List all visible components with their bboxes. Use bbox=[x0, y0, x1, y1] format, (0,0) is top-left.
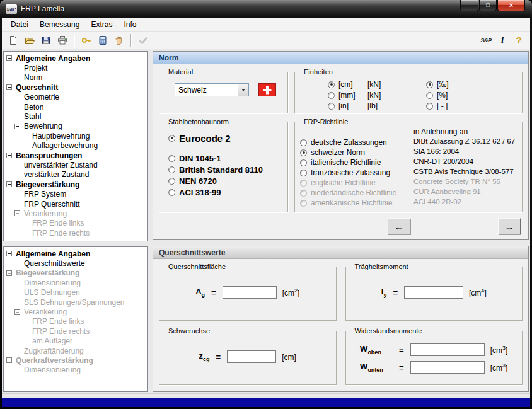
open-file-button[interactable] bbox=[21, 33, 38, 48]
pan-button[interactable] bbox=[111, 33, 127, 48]
tree-expander-icon[interactable] bbox=[14, 309, 20, 315]
tree-item[interactable]: Stahl bbox=[4, 112, 147, 121]
app-icon[interactable]: S&P bbox=[6, 4, 17, 14]
tree-item[interactable]: Verankerung bbox=[4, 209, 147, 218]
unit-option[interactable]: [%] bbox=[426, 90, 517, 100]
tree-item[interactable]: Biegeverstärkung bbox=[4, 180, 147, 189]
unit-option[interactable]: [ - ] bbox=[426, 101, 517, 111]
tree-item[interactable]: SLS Dehnungen/Spannungen bbox=[4, 297, 147, 307]
radio-button-icon[interactable] bbox=[300, 180, 307, 187]
frp-guideline-option[interactable]: deutsche Zulassungen bbox=[300, 137, 413, 147]
swiss-flag-button[interactable] bbox=[258, 83, 276, 96]
tree-item[interactable]: Beanspruchungen bbox=[4, 151, 147, 160]
forward-button[interactable]: → bbox=[498, 218, 521, 234]
tree-item[interactable]: Geometrie bbox=[4, 93, 147, 102]
tree-expander-icon[interactable] bbox=[14, 210, 20, 216]
tree-expander-icon[interactable] bbox=[6, 153, 12, 158]
radio-button-icon[interactable] bbox=[300, 149, 307, 156]
material-select[interactable]: Schweiz bbox=[175, 83, 249, 96]
tree-item[interactable]: Projekt bbox=[4, 63, 147, 72]
radio-button-icon[interactable] bbox=[300, 139, 307, 146]
concrete-code-option[interactable]: ACI 318-99 bbox=[168, 187, 282, 198]
tree-item[interactable]: Hauptbewehrung bbox=[4, 131, 147, 141]
radio-button-icon[interactable] bbox=[300, 200, 307, 207]
radio-button-icon[interactable] bbox=[168, 166, 175, 173]
tree-item[interactable]: Querkraftverstärkung bbox=[4, 355, 147, 365]
menu-datei[interactable]: Datei bbox=[5, 19, 34, 30]
tree-item[interactable]: Bewehrung bbox=[4, 122, 147, 131]
tree-item[interactable]: am Auflager bbox=[4, 337, 147, 346]
radio-button-icon[interactable] bbox=[426, 92, 433, 99]
area-input[interactable] bbox=[223, 286, 277, 299]
menu-extras[interactable]: Extras bbox=[85, 19, 118, 30]
radio-button-icon[interactable] bbox=[168, 135, 175, 142]
print-button[interactable] bbox=[54, 33, 71, 48]
tree-expander-icon[interactable] bbox=[6, 357, 12, 363]
unit-option[interactable]: [mm][kN] bbox=[328, 90, 421, 100]
tree-item[interactable]: Allgemeine Angaben bbox=[4, 249, 147, 258]
maximize-button[interactable]: □ bbox=[479, 0, 497, 11]
confirm-button[interactable] bbox=[135, 33, 151, 48]
frp-guideline-option[interactable]: schweizer Norm bbox=[300, 147, 413, 158]
tree-item[interactable]: FRP Ende rechts bbox=[4, 326, 147, 336]
help-button[interactable]: ? bbox=[511, 33, 527, 48]
tree-item[interactable]: FRP System bbox=[4, 189, 147, 199]
tree-item[interactable]: Verankerung bbox=[4, 307, 147, 316]
tree-expander-icon[interactable] bbox=[6, 84, 12, 90]
radio-button-icon[interactable] bbox=[168, 189, 175, 196]
concrete-code-option[interactable]: Eurocode 2 bbox=[168, 131, 282, 145]
tree-item[interactable]: FRP Ende links bbox=[4, 219, 147, 228]
radio-button-icon[interactable] bbox=[426, 81, 433, 88]
inertia-input[interactable] bbox=[404, 286, 463, 299]
tree-item[interactable]: FRP Ende links bbox=[4, 317, 147, 326]
calculate-button[interactable] bbox=[95, 33, 111, 48]
save-button[interactable] bbox=[38, 33, 54, 48]
radio-button-icon[interactable] bbox=[168, 178, 175, 185]
license-key-button[interactable] bbox=[78, 33, 95, 48]
tree-item[interactable]: Auflagerbewehrung bbox=[4, 141, 147, 151]
frp-guideline-option[interactable]: französische Zulassung bbox=[300, 168, 413, 178]
radio-button-icon[interactable] bbox=[300, 170, 307, 176]
menu-info[interactable]: Info bbox=[118, 19, 142, 30]
modulus-top-input[interactable] bbox=[410, 343, 485, 356]
radio-button-icon[interactable] bbox=[426, 103, 433, 110]
tree-expander-icon[interactable] bbox=[6, 270, 12, 276]
radio-button-icon[interactable] bbox=[328, 81, 335, 88]
tree-item[interactable]: ULS Dehnungen bbox=[4, 288, 147, 297]
info-button[interactable]: i bbox=[494, 33, 511, 48]
axis-input[interactable] bbox=[227, 350, 276, 363]
tree-item[interactable]: Allgemeine Angaben bbox=[4, 54, 147, 63]
frp-guideline-option[interactable]: niederländische Richtlinie bbox=[300, 188, 413, 198]
frp-guideline-option[interactable]: amerikanische Richtlinie bbox=[300, 198, 413, 208]
unit-option[interactable]: [‰] bbox=[426, 79, 517, 89]
radio-button-icon[interactable] bbox=[300, 190, 307, 197]
minimize-button[interactable]: – bbox=[460, 0, 478, 11]
tree-item[interactable]: FRP Querschnitt bbox=[4, 199, 147, 209]
modulus-bottom-input[interactable] bbox=[410, 361, 485, 374]
concrete-code-option[interactable]: DIN 1045-1 bbox=[168, 153, 282, 164]
frp-guideline-option[interactable]: englische Richtlinie bbox=[300, 178, 413, 188]
titlebar[interactable]: S&P FRP Lamella – □ × bbox=[2, 0, 530, 18]
radio-button-icon[interactable] bbox=[168, 155, 175, 162]
tree-expander-icon[interactable] bbox=[6, 181, 12, 187]
tree-item[interactable]: Querschnitt bbox=[4, 83, 147, 92]
radio-button-icon[interactable] bbox=[300, 159, 307, 166]
tree-item[interactable]: verstärkter Zustand bbox=[4, 170, 147, 180]
radio-button-icon[interactable] bbox=[328, 103, 335, 110]
close-button[interactable]: × bbox=[497, 0, 525, 11]
tree-expander-icon[interactable] bbox=[14, 124, 20, 129]
tree-item[interactable]: Zugkraftänderung bbox=[4, 346, 147, 355]
material-dropdown-button[interactable] bbox=[238, 84, 248, 96]
tree-item[interactable]: Dimensionierung bbox=[4, 278, 147, 287]
unit-option[interactable]: [in][lb] bbox=[328, 101, 421, 111]
tree-item[interactable]: Querschnittswerte bbox=[4, 258, 147, 268]
back-button[interactable]: ← bbox=[388, 218, 410, 234]
frp-guideline-option[interactable]: italienische Richtlinie bbox=[300, 158, 413, 168]
concrete-code-option[interactable]: NEN 6720 bbox=[168, 175, 282, 187]
results-tree-panel[interactable]: Allgemeine AngabenQuerschnittswerteBiege… bbox=[3, 246, 148, 392]
input-tree-panel[interactable]: Allgemeine AngabenProjektNormQuerschnitt… bbox=[3, 51, 148, 241]
concrete-code-option[interactable]: British Standard 8110 bbox=[168, 164, 282, 175]
tree-item[interactable]: Dimensionierung bbox=[4, 366, 147, 375]
new-document-button[interactable] bbox=[5, 33, 21, 48]
radio-button-icon[interactable] bbox=[328, 92, 335, 99]
